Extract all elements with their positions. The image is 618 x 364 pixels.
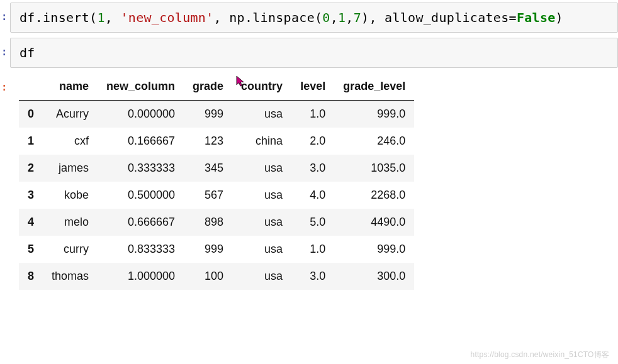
cell-level: 1.0 <box>291 101 334 128</box>
cell-new-column: 0.166667 <box>98 128 184 155</box>
table-body: 0Acurry0.000000999usa1.0999.01cxf0.16666… <box>19 101 414 290</box>
table-row: 5curry0.833333999usa1.0999.0 <box>19 236 414 263</box>
table-row: 1cxf0.166667123china2.0246.0 <box>19 128 414 155</box>
table-header-row: name new_column grade country level grad… <box>19 73 414 101</box>
cell-level: 5.0 <box>291 209 334 236</box>
notebook-container: : df.insert(1, 'new_column', np.linspace… <box>0 0 618 364</box>
output-area: name new_column grade country level grad… <box>10 73 618 290</box>
cell-index: 3 <box>19 182 43 209</box>
table-row: 4melo0.666667898usa5.04490.0 <box>19 209 414 236</box>
cell-index: 0 <box>19 101 43 128</box>
header-level: level <box>291 73 334 101</box>
dataframe-table: name new_column grade country level grad… <box>19 73 414 290</box>
table-row: 8thomas1.000000100usa3.0300.0 <box>19 263 414 290</box>
code-text: ), allow_duplicates= <box>361 10 517 25</box>
cell-index: 5 <box>19 236 43 263</box>
code-text: , <box>105 10 121 25</box>
code-input-1[interactable]: df.insert(1, 'new_column', np.linspace(0… <box>10 3 618 33</box>
table-row: 3kobe0.500000567usa4.02268.0 <box>19 182 414 209</box>
cell-name: curry <box>43 236 98 263</box>
code-input-2[interactable]: df <box>10 38 618 68</box>
cell-grade-level: 1035.0 <box>334 155 414 182</box>
cell-country: usa <box>232 236 291 263</box>
in-prompt-2: : <box>0 38 10 68</box>
cell-grade: 898 <box>184 209 232 236</box>
header-new-column: new_column <box>98 73 184 101</box>
cell-country: usa <box>232 209 291 236</box>
cell-grade: 567 <box>184 182 232 209</box>
code-number: 1 <box>338 10 346 25</box>
in-prompt-1: : <box>0 3 10 33</box>
code-keyword: False <box>517 10 556 25</box>
cell-grade-level: 999.0 <box>334 101 414 128</box>
cell-grade: 999 <box>184 101 232 128</box>
cell-new-column: 0.500000 <box>98 182 184 209</box>
cell-new-column: 0.333333 <box>98 155 184 182</box>
cell-country: usa <box>232 155 291 182</box>
code-number: 0 <box>322 10 330 25</box>
code-text: df <box>20 45 35 60</box>
code-text: ) <box>556 10 563 25</box>
cell-country: china <box>232 128 291 155</box>
cell-name: Acurry <box>43 101 98 128</box>
code-cell-1: : df.insert(1, 'new_column', np.linspace… <box>0 3 618 33</box>
header-grade-level: grade_level <box>334 73 414 101</box>
cell-grade-level: 300.0 <box>334 263 414 290</box>
cell-grade-level: 999.0 <box>334 236 414 263</box>
code-string: 'new_column' <box>120 10 213 25</box>
cell-grade: 345 <box>184 155 232 182</box>
cell-new-column: 0.000000 <box>98 101 184 128</box>
cell-level: 3.0 <box>291 155 334 182</box>
code-text: df.insert( <box>20 10 97 25</box>
cell-new-column: 0.833333 <box>98 236 184 263</box>
header-country: country <box>232 73 291 101</box>
header-name: name <box>43 73 98 101</box>
code-number: 7 <box>354 10 361 25</box>
cell-grade-level: 2268.0 <box>334 182 414 209</box>
code-cell-2: : df <box>0 38 618 68</box>
cell-index: 2 <box>19 155 43 182</box>
cell-country: usa <box>232 263 291 290</box>
header-index <box>19 73 43 101</box>
cell-index: 1 <box>19 128 43 155</box>
cell-grade-level: 4490.0 <box>334 209 414 236</box>
cell-level: 2.0 <box>291 128 334 155</box>
watermark-text: https://blog.csdn.net/weixin_51CTO博客 <box>471 350 609 360</box>
cell-grade-level: 246.0 <box>334 128 414 155</box>
table-row: 0Acurry0.000000999usa1.0999.0 <box>19 101 414 128</box>
header-grade: grade <box>184 73 232 101</box>
cell-index: 8 <box>19 263 43 290</box>
table-row: 2james0.333333345usa3.01035.0 <box>19 155 414 182</box>
cell-level: 3.0 <box>291 263 334 290</box>
output-cell: : name new_column grade country level gr… <box>0 73 618 290</box>
cell-level: 1.0 <box>291 236 334 263</box>
code-text: , <box>346 10 353 25</box>
cell-name: cxf <box>43 128 98 155</box>
cell-country: usa <box>232 182 291 209</box>
cell-new-column: 0.666667 <box>98 209 184 236</box>
cell-index: 4 <box>19 209 43 236</box>
cell-name: james <box>43 155 98 182</box>
cell-name: thomas <box>43 263 98 290</box>
code-text: , <box>330 10 338 25</box>
cell-country: usa <box>232 101 291 128</box>
code-text: np.linspace( <box>229 10 322 25</box>
cell-name: melo <box>43 209 98 236</box>
code-text: , <box>214 10 230 25</box>
code-number: 1 <box>97 10 104 25</box>
cell-name: kobe <box>43 182 98 209</box>
cell-new-column: 1.000000 <box>98 263 184 290</box>
out-prompt: : <box>0 73 10 290</box>
cell-grade: 123 <box>184 128 232 155</box>
cell-level: 4.0 <box>291 182 334 209</box>
cell-grade: 999 <box>184 236 232 263</box>
cell-grade: 100 <box>184 263 232 290</box>
